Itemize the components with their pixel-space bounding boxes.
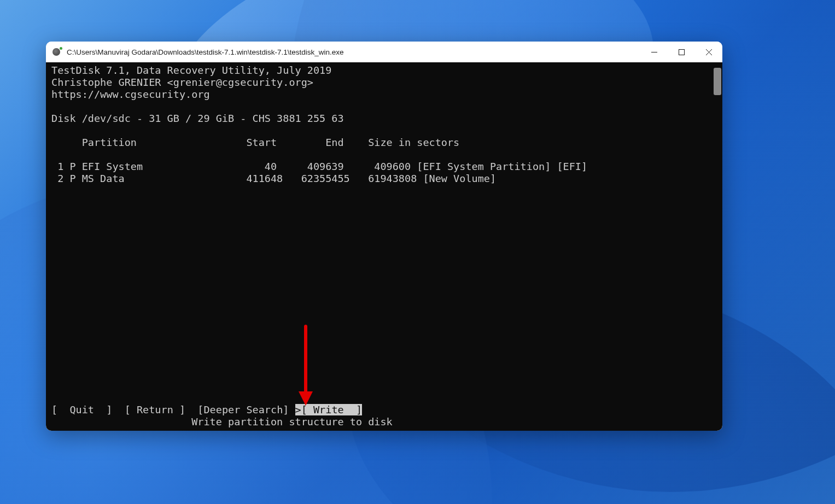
app-window: C:\Users\Manuviraj Godara\Downloads\test… bbox=[46, 42, 722, 431]
terminal-area[interactable]: TestDisk 7.1, Data Recovery Utility, Jul… bbox=[46, 62, 722, 431]
menu-deeper-search[interactable]: [Deeper Search] bbox=[197, 404, 289, 415]
scrollbar-thumb[interactable] bbox=[714, 68, 721, 95]
header-line: https://www.cgsecurity.org bbox=[51, 89, 210, 100]
titlebar[interactable]: C:\Users\Manuviraj Godara\Downloads\test… bbox=[46, 42, 722, 62]
partition-row: 1 P EFI System 40 409639 409600 [EFI Sys… bbox=[51, 161, 587, 172]
window-controls bbox=[640, 42, 722, 62]
header-line: TestDisk 7.1, Data Recovery Utility, Jul… bbox=[51, 65, 331, 76]
menu-row: [ Quit ] [ Return ] [Deeper Search] >[ W… bbox=[51, 404, 362, 415]
menu-return[interactable]: [ Return ] bbox=[125, 404, 185, 415]
partition-row: 2 P MS Data 411648 62355455 61943808 [Ne… bbox=[51, 173, 496, 184]
partition-columns-header: Partition Start End Size in sectors bbox=[51, 137, 459, 148]
menu-write-selected[interactable]: >[ Write ] bbox=[295, 404, 363, 415]
window-title: C:\Users\Manuviraj Godara\Downloads\test… bbox=[67, 48, 343, 56]
menu-quit[interactable]: [ Quit ] bbox=[51, 404, 112, 415]
close-button[interactable] bbox=[695, 42, 722, 62]
maximize-button[interactable] bbox=[668, 42, 695, 62]
app-icon bbox=[52, 47, 62, 57]
disk-info-line: Disk /dev/sdc - 31 GB / 29 GiB - CHS 388… bbox=[51, 113, 344, 124]
svg-rect-1 bbox=[679, 49, 684, 55]
annotation-arrow-icon bbox=[297, 324, 314, 406]
header-line: Christophe GRENIER <grenier@cgsecurity.o… bbox=[51, 77, 313, 88]
terminal-output: TestDisk 7.1, Data Recovery Utility, Jul… bbox=[46, 62, 593, 187]
minimize-button[interactable] bbox=[640, 42, 668, 62]
menu-help-text: Write partition structure to disk bbox=[51, 416, 393, 427]
